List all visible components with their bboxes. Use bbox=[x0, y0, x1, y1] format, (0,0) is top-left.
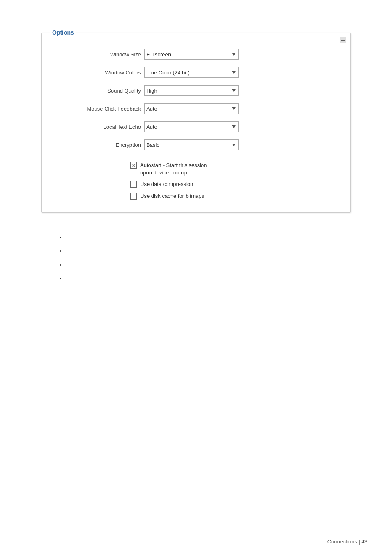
local-text-echo-label: Local Text Echo bbox=[54, 124, 144, 130]
list-item bbox=[66, 261, 351, 269]
mouse-click-label: Mouse Click Feedback bbox=[54, 106, 144, 112]
sound-quality-label: Sound Quality bbox=[54, 88, 144, 94]
local-text-echo-row: Local Text Echo Auto On Off bbox=[54, 121, 338, 132]
encryption-row: Encryption Basic None Enhanced bbox=[54, 139, 338, 150]
window-colors-row: Window Colors True Color (24 bit) High C… bbox=[54, 67, 338, 78]
options-panel: Options — Window Size Fullscreen 1024x76… bbox=[41, 33, 351, 213]
minimize-button[interactable]: — bbox=[340, 37, 346, 43]
autostart-label: Autostart - Start this sessionupon devic… bbox=[140, 162, 207, 176]
data-compression-label: Use data compression bbox=[140, 181, 193, 188]
window-size-row: Window Size Fullscreen 1024x768 800x600 bbox=[54, 49, 338, 60]
checkboxes-section: ✕ Autostart - Start this sessionupon dev… bbox=[54, 162, 338, 200]
disk-cache-label: Use disk cache for bitmaps bbox=[140, 193, 204, 200]
window-size-label: Window Size bbox=[54, 51, 144, 58]
sound-quality-row: Sound Quality High Medium Low Off bbox=[54, 85, 338, 96]
page-container: Options — Window Size Fullscreen 1024x76… bbox=[0, 0, 392, 557]
window-size-select[interactable]: Fullscreen 1024x768 800x600 bbox=[144, 49, 239, 60]
list-item bbox=[66, 233, 351, 241]
mouse-click-select[interactable]: Auto On Off bbox=[144, 103, 239, 114]
mouse-click-row: Mouse Click Feedback Auto On Off bbox=[54, 103, 338, 114]
options-legend: Options bbox=[50, 29, 76, 36]
page-footer: Connections | 43 bbox=[327, 538, 367, 545]
bullet-list bbox=[41, 233, 351, 283]
list-item bbox=[66, 247, 351, 255]
autostart-checkbox[interactable]: ✕ bbox=[130, 162, 137, 169]
list-item bbox=[66, 274, 351, 283]
local-text-echo-select[interactable]: Auto On Off bbox=[144, 121, 239, 132]
sound-quality-select[interactable]: High Medium Low Off bbox=[144, 85, 239, 96]
encryption-label: Encryption bbox=[54, 142, 144, 148]
window-colors-select[interactable]: True Color (24 bit) High Color (16 bit) … bbox=[144, 67, 239, 78]
data-compression-row: Use data compression bbox=[130, 181, 262, 188]
disk-cache-checkbox[interactable] bbox=[130, 193, 137, 200]
encryption-select[interactable]: Basic None Enhanced bbox=[144, 139, 239, 150]
autostart-row: ✕ Autostart - Start this sessionupon dev… bbox=[130, 162, 262, 176]
disk-cache-row: Use disk cache for bitmaps bbox=[130, 193, 262, 200]
window-colors-label: Window Colors bbox=[54, 70, 144, 76]
data-compression-checkbox[interactable] bbox=[130, 181, 137, 188]
